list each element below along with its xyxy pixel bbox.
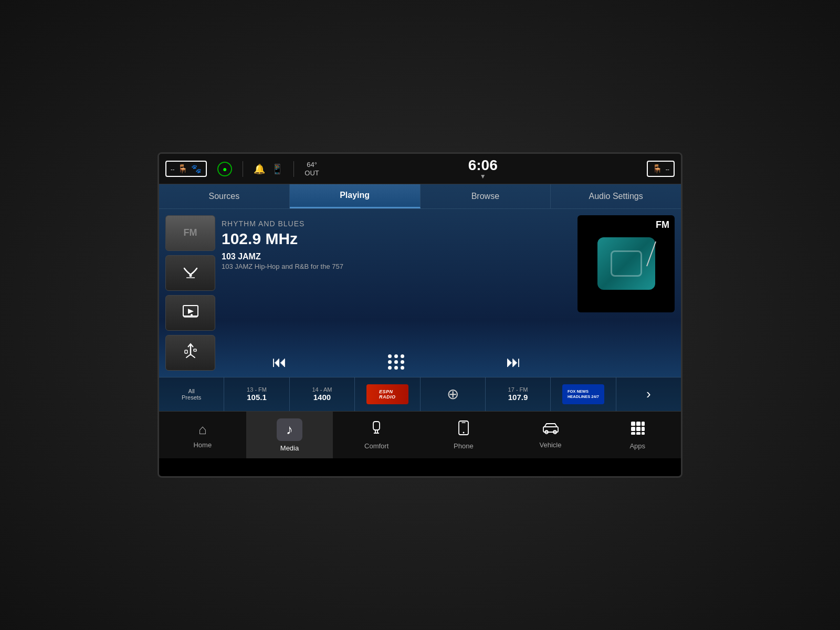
station-genre: RHYTHM AND BLUES bbox=[222, 219, 571, 228]
preset-15-espn[interactable]: ESPNRADIO bbox=[355, 377, 420, 411]
tab-audio-settings[interactable]: Audio Settings bbox=[551, 184, 681, 208]
svg-rect-14 bbox=[636, 422, 640, 426]
add-preset-icon: ⊕ bbox=[447, 385, 459, 403]
clock-arrow: ▼ bbox=[319, 173, 647, 180]
svg-rect-17 bbox=[636, 427, 640, 431]
preset-13-label: 13 - FM bbox=[247, 386, 267, 393]
nav-phone[interactable]: Phone bbox=[420, 412, 507, 458]
screen-container: -- 🪑 🐾 ● 🔔 📱 64° OUT 6:06 bbox=[158, 152, 682, 478]
svg-rect-6 bbox=[185, 350, 187, 353]
preset-14am[interactable]: 14 - AM 1400 bbox=[290, 377, 355, 411]
status-right: 🪑 -- bbox=[647, 161, 675, 177]
preset-17-label: 17 - FM bbox=[508, 386, 528, 393]
svg-point-8 bbox=[463, 432, 464, 433]
media-nav-icon: ♪ bbox=[286, 422, 293, 437]
svg-point-0 bbox=[189, 274, 192, 277]
preset-13fm[interactable]: 13 - FM 105.1 bbox=[224, 377, 289, 411]
green-status-icon: ● bbox=[217, 162, 232, 176]
preset-16-add[interactable]: ⊕ bbox=[421, 377, 486, 411]
player-area: FM bbox=[159, 209, 681, 377]
grid-button[interactable] bbox=[388, 354, 405, 370]
status-icons: ● 🔔 📱 64° OUT bbox=[217, 161, 319, 177]
usb-icon bbox=[183, 343, 198, 363]
nav-apps[interactable]: Apps bbox=[594, 412, 681, 458]
home-icon: ⌂ bbox=[198, 422, 207, 438]
vehicle-icon bbox=[542, 422, 559, 438]
fm-label: FM bbox=[184, 227, 197, 238]
preset-18-fox[interactable]: FOX NEWSHEADLINES 24/7 bbox=[551, 377, 616, 411]
phone-nav-icon bbox=[458, 421, 469, 439]
next-button[interactable]: ⏭ bbox=[506, 353, 521, 371]
temp-value: 64° bbox=[304, 161, 319, 169]
espn-logo: ESPNRADIO bbox=[366, 384, 408, 404]
nav-vehicle-label: Vehicle bbox=[540, 441, 562, 449]
temp-label: OUT bbox=[304, 169, 319, 177]
tab-browse[interactable]: Browse bbox=[421, 184, 551, 208]
svg-point-3 bbox=[191, 314, 193, 316]
divider bbox=[243, 161, 243, 177]
next-arrow-icon: › bbox=[646, 386, 651, 402]
seat-controls-left[interactable]: -- 🪑 🐾 bbox=[165, 161, 207, 177]
nav-media-label: Media bbox=[280, 444, 299, 452]
playback-controls: ⏮ ⏭ bbox=[222, 348, 571, 371]
radio-visual bbox=[597, 237, 655, 290]
source-btn-satellite[interactable] bbox=[165, 255, 215, 291]
nav-media-highlight: ♪ bbox=[277, 418, 302, 441]
bell-icon: 🔔 bbox=[254, 163, 265, 175]
nav-home[interactable]: ⌂ Home bbox=[159, 412, 246, 458]
preset-17fm[interactable]: 17 - FM 107.9 bbox=[486, 377, 551, 411]
clock-time: 6:06 bbox=[319, 158, 647, 173]
preset-bar: AllPresets 13 - FM 105.1 14 - AM 1400 ES… bbox=[159, 377, 681, 411]
apps-icon bbox=[630, 421, 645, 439]
station-description: 103 JAMZ Hip-Hop and R&B for the 757 bbox=[222, 262, 571, 270]
comfort-icon bbox=[369, 421, 384, 439]
tab-navigation: Sources Playing Browse Audio Settings bbox=[159, 184, 681, 209]
radio-speaker bbox=[611, 250, 642, 277]
svg-rect-13 bbox=[631, 422, 635, 426]
preset-all[interactable]: AllPresets bbox=[159, 377, 224, 411]
nav-comfort-label: Comfort bbox=[364, 442, 388, 450]
fox-logo: FOX NEWSHEADLINES 24/7 bbox=[562, 384, 604, 404]
nav-media[interactable]: ♪ Media bbox=[246, 412, 333, 458]
station-name: 103 JAMZ bbox=[222, 252, 571, 261]
temp-display: 64° OUT bbox=[304, 161, 319, 177]
main-content: Sources Playing Browse Audio Settings FM bbox=[159, 184, 681, 411]
preset-all-label: AllPresets bbox=[182, 388, 201, 401]
nav-comfort[interactable]: Comfort bbox=[333, 412, 420, 458]
bottom-navigation: ⌂ Home ♪ Media Comfort bbox=[159, 411, 681, 458]
preset-13-freq: 105.1 bbox=[247, 393, 267, 402]
right-dashes: -- bbox=[666, 166, 669, 172]
svg-rect-21 bbox=[642, 432, 645, 435]
source-icons: FM bbox=[165, 215, 215, 371]
preset-17-freq: 107.9 bbox=[508, 393, 528, 402]
album-art: FM bbox=[578, 215, 675, 312]
preset-next-arrow[interactable]: › bbox=[616, 377, 681, 411]
prev-button[interactable]: ⏮ bbox=[272, 353, 287, 371]
nav-apps-label: Apps bbox=[629, 442, 645, 450]
svg-rect-15 bbox=[642, 422, 645, 426]
nav-phone-label: Phone bbox=[454, 442, 474, 450]
seat-icon-left: 🪑 bbox=[177, 164, 188, 174]
nav-vehicle[interactable]: Vehicle bbox=[507, 412, 594, 458]
phone-icon: 📱 bbox=[271, 163, 283, 175]
svg-rect-20 bbox=[636, 432, 640, 435]
tab-sources[interactable]: Sources bbox=[159, 184, 290, 208]
status-left: -- 🪑 🐾 ● 🔔 📱 64° OUT bbox=[165, 161, 319, 177]
source-btn-usb[interactable] bbox=[165, 335, 215, 371]
media-icon bbox=[181, 303, 200, 322]
preset-14-freq: 1400 bbox=[313, 393, 331, 402]
clock-center: 6:06 ▼ bbox=[319, 158, 647, 180]
satellite-icon bbox=[181, 264, 200, 282]
nav-home-label: Home bbox=[193, 441, 212, 449]
svg-rect-16 bbox=[631, 427, 635, 431]
source-btn-media[interactable] bbox=[165, 295, 215, 331]
seat-controls-right[interactable]: 🪑 -- bbox=[647, 161, 675, 177]
divider2 bbox=[293, 161, 294, 177]
svg-rect-18 bbox=[642, 427, 645, 431]
status-bar: -- 🪑 🐾 ● 🔔 📱 64° OUT 6:06 bbox=[159, 154, 681, 184]
source-btn-fm[interactable]: FM bbox=[165, 215, 215, 251]
now-playing-info: RHYTHM AND BLUES 102.9 MHz 103 JAMZ 103 … bbox=[222, 215, 571, 371]
tab-playing[interactable]: Playing bbox=[290, 184, 421, 208]
left-dashes: -- bbox=[171, 166, 174, 172]
preset-14-label: 14 - AM bbox=[312, 386, 332, 393]
